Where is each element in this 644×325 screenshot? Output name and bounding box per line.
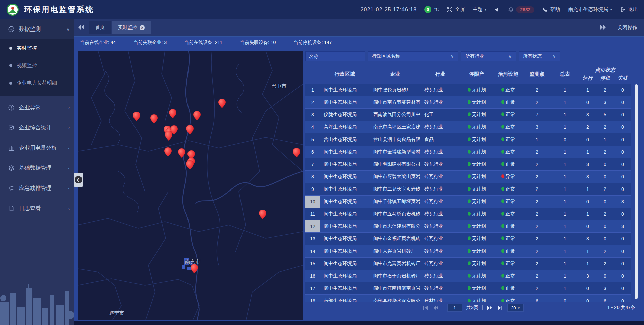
map-pin-icon[interactable] xyxy=(165,131,172,141)
status-counter-value: 10 xyxy=(271,40,276,45)
map-pin-icon[interactable] xyxy=(133,112,140,121)
data-monitor-icon xyxy=(8,26,15,33)
sidebar-section-企业异常[interactable]: 企业异常‹ xyxy=(0,98,74,118)
row-monitor-count: 2 xyxy=(523,186,551,192)
map-pin-icon[interactable] xyxy=(186,125,194,134)
status-dot-icon xyxy=(501,286,504,290)
table-row[interactable]: 8阆中生态环境局阆中市枣碧大梁山页岩砖瓦行业无计划异常21300 xyxy=(305,170,631,183)
table-row[interactable]: 12阆中生态环境局阆中市忠信建材有限公砖瓦行业无计划正常21003 xyxy=(305,220,631,232)
table-row[interactable]: 5营山生态环境局营山县润丰肉食品有限食品无计划正常10010 xyxy=(305,133,631,146)
close-operations-menu[interactable]: 关闭操作 xyxy=(617,24,637,31)
row-number: 13 xyxy=(305,233,320,245)
page-number-input[interactable]: 1 xyxy=(447,304,462,312)
row-run-count: 0 xyxy=(579,224,596,229)
table-row[interactable]: 14阆中生态环境局阆中大兴页岩机砖厂砖瓦行业无计划正常21120 xyxy=(305,245,631,257)
map-pin-icon[interactable] xyxy=(218,99,226,108)
row-meter-count: 1 xyxy=(551,199,579,204)
sidebar-item-实时监控[interactable]: 实时监控 xyxy=(0,39,74,57)
tab-首页[interactable]: 首页 xyxy=(89,21,111,34)
tabs-scroll-right-button[interactable] xyxy=(600,24,608,31)
sidebar-item-企业电力负荷明细[interactable]: 企业电力负荷明细 xyxy=(0,74,74,92)
map-pin-icon[interactable] xyxy=(259,210,266,219)
table-row[interactable]: 10阆中生态环境局阆中千佛镇五郎垭页岩砖瓦行业无计划正常21003 xyxy=(305,195,631,208)
help-button[interactable]: 帮助 xyxy=(542,6,560,13)
row-halt-count: 6 xyxy=(596,298,614,302)
sound-toggle[interactable] xyxy=(494,7,500,13)
prev-page-button[interactable] xyxy=(433,305,439,311)
name-filter-input[interactable] xyxy=(305,51,365,61)
map-pin-icon[interactable] xyxy=(191,264,198,273)
page-size-select[interactable]: 20 ∨ xyxy=(507,304,524,312)
sidebar-section-企业综合统计[interactable]: 企业综合统计‹ xyxy=(0,118,74,138)
status-dot-icon xyxy=(468,88,471,92)
map-pin-icon[interactable] xyxy=(293,148,300,157)
chevron-left-icon: ‹ xyxy=(68,125,70,130)
row-meter-count: 1 xyxy=(551,224,579,229)
status-dot-icon xyxy=(468,299,471,302)
table-row[interactable]: 1阆中生态环境局阆中强锐页岩砖厂砖瓦行业无计划正常21120 xyxy=(305,84,631,96)
monitoring-map[interactable]: 巴中市南充市遂宁市 xyxy=(78,51,303,320)
logout-button[interactable]: 退出 xyxy=(620,6,638,13)
row-region: 南部生态环境局 xyxy=(320,298,370,302)
table-row[interactable]: 18南部生态环境局南部县砚华水泥有限公建材行业无计划正常60060 xyxy=(305,294,631,302)
industry-filter-select[interactable]: 所有行业 ∨ xyxy=(461,51,516,61)
row-stop-status: 无计划 xyxy=(460,87,493,93)
region-filter-select[interactable]: 行政区域名称 ∨ xyxy=(368,51,458,61)
table-row[interactable]: 4高坪生态环境局南充市高坪区王家店建砖瓦行业无计划正常31220 xyxy=(305,121,631,133)
map-pin-icon[interactable] xyxy=(169,109,176,118)
table-scrollbar[interactable] xyxy=(635,84,638,299)
table-row[interactable]: 15阆中生态环境局阆中市光富页岩机砖厂砖瓦行业无计划正常21120 xyxy=(305,257,631,270)
table-row[interactable]: 7阆中生态环境局阆中明阳建材有限公司砖瓦行业无计划正常21300 xyxy=(305,158,631,170)
status-filter-select[interactable]: 所有状态 ∨ xyxy=(519,51,560,61)
row-monitor-count: 3 xyxy=(523,124,551,130)
table-row[interactable]: 2阆中生态环境局阆中市南方节能建材有砖瓦行业无计划正常21030 xyxy=(305,96,631,108)
row-facility-status: 正常 xyxy=(493,273,523,279)
row-industry: 建材行业 xyxy=(421,298,460,302)
last-page-button[interactable] xyxy=(497,305,503,311)
row-lost-count: 0 xyxy=(614,124,631,130)
table-row[interactable]: 13阆中生态环境局阆中市金福旺页岩机砖砖瓦行业无计划正常21300 xyxy=(305,232,631,245)
tab-close-icon[interactable]: × xyxy=(140,25,145,30)
next-page-button[interactable] xyxy=(487,305,493,311)
fullscreen-button[interactable]: 全屏 xyxy=(447,6,465,13)
sidebar-section-日志查看[interactable]: 日志查看‹ xyxy=(0,198,74,218)
city-skyline-decoration xyxy=(0,275,74,325)
map-pin-icon[interactable] xyxy=(193,111,201,120)
user-org-menu[interactable]: 南充市生态环境局 ▾ xyxy=(568,6,612,13)
row-stop-status: 无计划 xyxy=(460,199,493,205)
theme-menu[interactable]: 主题 ▾ xyxy=(473,6,487,13)
tabs-scroll-left-button[interactable] xyxy=(78,24,87,31)
map-pin-icon[interactable] xyxy=(164,147,172,157)
map-pin-icon[interactable] xyxy=(150,114,158,124)
sidebar-section-企业用电量分析[interactable]: 企业用电量分析‹ xyxy=(0,138,74,158)
table-row[interactable]: 6阆中生态环境局阆中市金博瑞新型墙材砖瓦行业无计划正常21120 xyxy=(305,146,631,158)
map-pin-icon[interactable] xyxy=(186,160,194,170)
table-row[interactable]: 11阆中生态环境局阆中市五马桥页岩机砖砖瓦行业无计划正常21120 xyxy=(305,208,631,220)
notifications-button[interactable]: 2632 xyxy=(508,6,534,13)
row-industry: 砖瓦行业 xyxy=(421,149,460,155)
row-halt-count: 0 xyxy=(596,162,614,167)
status-counter-label: 当前在线设备: xyxy=(184,40,215,45)
logout-label: 退出 xyxy=(628,6,638,13)
col-meter: 总表 xyxy=(551,71,579,77)
row-enterprise: 南部县砚华水泥有限公 xyxy=(370,298,421,302)
row-stop-status: 无计划 xyxy=(460,137,493,143)
row-number: 4 xyxy=(305,121,320,133)
sidebar-collapse-button[interactable]: ❮ xyxy=(74,173,83,187)
map-pin-icon[interactable] xyxy=(178,148,185,158)
status-dot-icon xyxy=(468,100,471,104)
table-row[interactable]: 3仪陇生态环境局西南油气田分公司川中化工无计划正常71350 xyxy=(305,108,631,121)
sidebar-section-基础数据管理[interactable]: 基础数据管理‹ xyxy=(0,158,74,178)
status-dot-icon xyxy=(501,187,504,191)
table-row[interactable]: 9阆中生态环境局阆中市二龙长宝页岩砖砖瓦行业无计划正常21120 xyxy=(305,183,631,195)
row-monitor-count: 2 xyxy=(523,100,551,105)
sidebar-item-视频监控[interactable]: 视频监控 xyxy=(0,57,74,74)
table-row[interactable]: 16阆中生态环境局阆中市石子页岩机砖厂砖瓦行业无计划正常21300 xyxy=(305,270,631,282)
tab-实时监控[interactable]: 实时监控× xyxy=(112,21,151,34)
sidebar-section-应急减排管理[interactable]: 应急减排管理‹ xyxy=(0,178,74,198)
row-monitor-count: 2 xyxy=(523,286,551,291)
first-page-button[interactable] xyxy=(422,305,429,311)
sidebar-section-数据监测[interactable]: 数据监测∨ xyxy=(0,19,74,39)
row-enterprise: 阆中市枣碧大梁山页岩 xyxy=(370,174,421,180)
table-row[interactable]: 17阆中生态环境局阆中市江南镇阆南页岩砖瓦行业无计划正常21030 xyxy=(305,282,631,294)
